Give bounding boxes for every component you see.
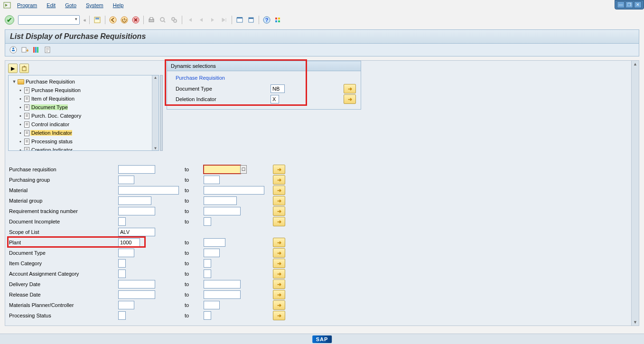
mrp-controller-from-input[interactable] xyxy=(118,301,134,309)
scroll-up-icon[interactable]: ▲ xyxy=(632,62,639,66)
plant-to-input[interactable] xyxy=(204,238,225,247)
tree-execute-button[interactable]: ▶ xyxy=(8,64,18,73)
menu-program[interactable]: Program xyxy=(13,1,41,9)
mrp-controller-to-input[interactable] xyxy=(204,301,220,309)
tree-item-deletion-indicator[interactable]: •Deletion Indicator xyxy=(9,129,158,137)
tree-delete-button[interactable] xyxy=(19,64,29,73)
menu-command-icon[interactable] xyxy=(3,1,11,9)
document-incomplete-from-input[interactable] xyxy=(118,217,126,226)
tree-item-document-type[interactable]: •Document Type xyxy=(9,103,158,112)
scope-of-list-input[interactable] xyxy=(118,228,155,236)
find-button[interactable] xyxy=(158,15,168,25)
plant-from-input[interactable] xyxy=(118,238,140,247)
scroll-down-icon[interactable]: ▼ xyxy=(632,320,639,325)
tree-item[interactable]: •Creation Indicator xyxy=(9,146,158,151)
multiple-selection-button[interactable]: ➜ xyxy=(344,84,356,93)
command-field[interactable] xyxy=(18,15,80,25)
tree-item[interactable]: •Control indicator xyxy=(9,120,158,129)
first-page-button[interactable] xyxy=(185,15,195,25)
tree-root[interactable]: ▼ Purchase Requisition xyxy=(9,77,158,86)
caret-down-icon[interactable]: ▼ xyxy=(11,79,17,84)
multiple-selection-button[interactable]: ➜ xyxy=(273,259,285,268)
multiple-selection-button[interactable]: ➜ xyxy=(273,217,285,226)
back-button[interactable] xyxy=(108,15,118,25)
dyn-document-type-input[interactable] xyxy=(271,84,285,93)
tree-item[interactable]: •Item of Requisition xyxy=(9,94,158,103)
account-assignment-to-input[interactable] xyxy=(204,270,211,278)
purchasing-group-from-input[interactable] xyxy=(118,176,134,184)
multiple-selection-button[interactable]: ➜ xyxy=(273,206,285,216)
multiple-selection-button[interactable]: ➜ xyxy=(273,196,285,205)
purchase-requisition-from-input[interactable] xyxy=(118,165,155,174)
variant-button[interactable] xyxy=(43,46,52,54)
menu-edit[interactable]: Edit xyxy=(43,1,59,9)
main-scrollbar[interactable]: ▲ ▼ xyxy=(631,61,639,325)
requirement-tracking-to-input[interactable] xyxy=(204,207,241,215)
layout-button[interactable] xyxy=(273,15,283,25)
new-session-button[interactable] xyxy=(235,15,244,25)
multiple-selection-button[interactable]: ➜ xyxy=(273,279,285,289)
release-date-from-input[interactable] xyxy=(118,290,155,299)
tree-item[interactable]: •Processing status xyxy=(9,137,158,146)
value-help-button[interactable]: ☐ xyxy=(240,165,247,174)
dyn-document-type-label: Document Type xyxy=(176,86,271,92)
multiple-selection-button[interactable]: ➜ xyxy=(273,300,285,310)
last-page-button[interactable] xyxy=(219,15,229,25)
close-window-button[interactable]: ✕ xyxy=(634,1,642,8)
print-button[interactable] xyxy=(147,15,156,25)
requirement-tracking-from-input[interactable] xyxy=(118,207,155,215)
select-all-button[interactable] xyxy=(32,46,40,54)
dyn-deletion-indicator-input[interactable] xyxy=(271,95,279,103)
next-page-button[interactable] xyxy=(208,15,217,25)
material-to-input[interactable] xyxy=(204,186,264,195)
help-button[interactable]: ? xyxy=(262,15,271,25)
tree-item[interactable]: •Purchase Requisition xyxy=(9,86,158,94)
document-type-from-input[interactable] xyxy=(118,249,134,257)
multiple-selection-button[interactable]: ➜ xyxy=(273,186,285,195)
processing-status-to-input[interactable] xyxy=(204,311,211,320)
enter-button[interactable]: ✔ xyxy=(5,15,14,25)
find-next-button[interactable] xyxy=(169,15,179,25)
multiple-selection-button[interactable]: ➜ xyxy=(344,94,356,104)
execute-button[interactable] xyxy=(9,46,18,54)
delivery-date-to-input[interactable] xyxy=(204,280,241,288)
menu-system[interactable]: System xyxy=(82,1,107,9)
purchasing-group-to-input[interactable] xyxy=(204,176,220,184)
dynamic-selections-link[interactable]: Purchase Requisition xyxy=(176,74,356,84)
multiple-selection-button[interactable]: ➜ xyxy=(273,238,285,247)
arrow-right-icon: ➜ xyxy=(277,281,281,288)
exit-button[interactable] xyxy=(120,15,129,25)
multiple-selection-button[interactable]: ➜ xyxy=(273,175,285,185)
multiple-selection-button[interactable]: ➜ xyxy=(273,248,285,258)
item-category-from-input[interactable] xyxy=(118,259,126,268)
multiple-selection-button[interactable]: ➜ xyxy=(273,165,285,174)
save-button[interactable] xyxy=(93,15,102,25)
chevron-left-icon[interactable]: « xyxy=(84,18,86,23)
document-type-to-input[interactable] xyxy=(204,249,220,257)
maximize-button[interactable]: ❐ xyxy=(625,1,633,8)
menu-goto[interactable]: Goto xyxy=(61,1,80,9)
menu-help[interactable]: Help xyxy=(109,1,128,9)
dynamic-selections-button[interactable]: + xyxy=(20,46,29,54)
shortcut-button[interactable] xyxy=(246,15,256,25)
release-date-to-input[interactable] xyxy=(204,290,241,299)
material-group-to-input[interactable] xyxy=(204,196,237,205)
multiple-selection-button[interactable]: ➜ xyxy=(273,311,285,320)
document-incomplete-to-input[interactable] xyxy=(204,217,211,226)
svg-rect-12 xyxy=(237,17,243,19)
purchase-requisition-to-input[interactable] xyxy=(204,165,241,174)
vertical-splitter[interactable] xyxy=(160,75,163,151)
tree-item[interactable]: •Purch. Doc. Category xyxy=(9,112,158,120)
prev-page-button[interactable] xyxy=(196,15,206,25)
cancel-button[interactable] xyxy=(131,15,140,25)
item-category-to-input[interactable] xyxy=(204,259,211,268)
material-from-input[interactable] xyxy=(118,186,179,195)
material-group-from-input[interactable] xyxy=(118,196,151,205)
multiple-selection-button[interactable]: ➜ xyxy=(273,290,285,299)
account-assignment-from-input[interactable] xyxy=(118,270,126,278)
multiple-selection-button[interactable]: ➜ xyxy=(273,269,285,279)
delivery-date-from-input[interactable] xyxy=(118,280,155,288)
processing-status-from-input[interactable] xyxy=(118,311,126,320)
tree-scrollbar[interactable] xyxy=(152,75,159,150)
minimize-button[interactable]: — xyxy=(617,1,625,8)
